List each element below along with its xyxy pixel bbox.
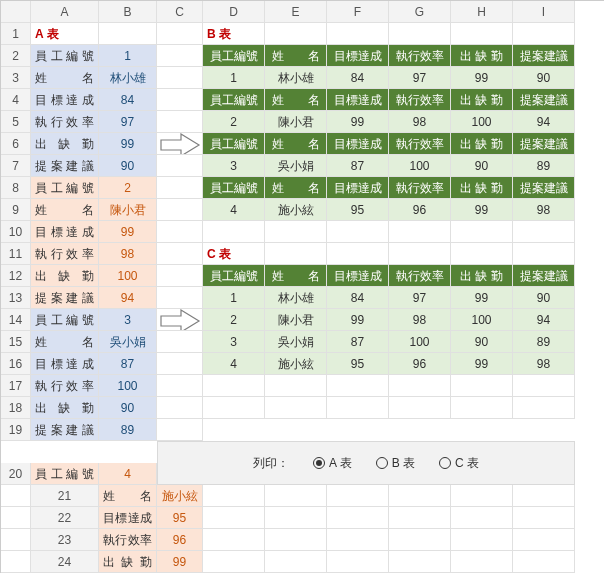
b-cell[interactable]: 87 <box>327 155 389 177</box>
empty-cell[interactable] <box>451 243 513 265</box>
c-cell[interactable]: 98 <box>389 309 451 331</box>
b-cell[interactable]: 99 <box>451 199 513 221</box>
c-cell[interactable]: 90 <box>513 287 575 309</box>
empty-cell[interactable] <box>451 375 513 397</box>
c-cell[interactable]: 89 <box>513 331 575 353</box>
empty-cell[interactable] <box>157 111 203 133</box>
c-cell[interactable]: 100 <box>389 331 451 353</box>
empty-cell[interactable] <box>157 199 203 221</box>
empty-cell[interactable] <box>513 551 575 573</box>
empty-cell[interactable] <box>327 221 389 243</box>
empty-cell[interactable] <box>157 23 203 45</box>
row-header[interactable]: 22 <box>31 507 99 529</box>
empty-cell[interactable] <box>389 507 451 529</box>
row-header[interactable]: 24 <box>31 551 99 573</box>
b-cell[interactable]: 97 <box>389 67 451 89</box>
row-header[interactable]: 4 <box>1 89 31 111</box>
empty-cell[interactable] <box>157 155 203 177</box>
field-value[interactable]: 99 <box>99 133 157 155</box>
c-cell[interactable]: 1 <box>203 287 265 309</box>
empty-cell[interactable] <box>265 397 327 419</box>
empty-cell[interactable] <box>451 23 513 45</box>
field-value[interactable]: 100 <box>99 265 157 287</box>
b-cell[interactable]: 3 <box>203 155 265 177</box>
row-header[interactable]: 23 <box>31 529 99 551</box>
empty-cell[interactable] <box>451 221 513 243</box>
field-value[interactable]: 3 <box>99 309 157 331</box>
field-value[interactable]: 100 <box>99 375 157 397</box>
empty-cell[interactable] <box>265 507 327 529</box>
col-header[interactable]: F <box>327 1 389 23</box>
row-header[interactable]: 5 <box>1 111 31 133</box>
row-header[interactable]: 16 <box>1 353 31 375</box>
col-header[interactable]: G <box>389 1 451 23</box>
empty-cell[interactable] <box>1 507 31 529</box>
empty-cell[interactable] <box>389 23 451 45</box>
c-cell[interactable]: 吳小娟 <box>265 331 327 353</box>
row-header[interactable]: 14 <box>1 309 31 331</box>
field-value[interactable]: 95 <box>157 507 203 529</box>
empty-cell[interactable] <box>157 353 203 375</box>
c-cell[interactable]: 96 <box>389 353 451 375</box>
empty-cell[interactable] <box>327 243 389 265</box>
field-value[interactable]: 90 <box>99 155 157 177</box>
field-value[interactable]: 87 <box>99 353 157 375</box>
empty-cell[interactable] <box>203 529 265 551</box>
b-cell[interactable]: 4 <box>203 199 265 221</box>
row-header[interactable]: 11 <box>1 243 31 265</box>
c-cell[interactable]: 施小絃 <box>265 353 327 375</box>
field-value[interactable]: 84 <box>99 89 157 111</box>
empty-cell[interactable] <box>327 485 389 507</box>
empty-cell[interactable] <box>389 221 451 243</box>
empty-cell[interactable] <box>513 507 575 529</box>
c-cell[interactable]: 3 <box>203 331 265 353</box>
empty-cell[interactable] <box>265 23 327 45</box>
row-header[interactable]: 19 <box>1 419 31 441</box>
field-value[interactable]: 陳小君 <box>99 199 157 221</box>
empty-cell[interactable] <box>157 287 203 309</box>
empty-cell[interactable] <box>389 551 451 573</box>
field-value[interactable]: 林小雄 <box>99 67 157 89</box>
field-value[interactable]: 4 <box>99 463 157 485</box>
empty-cell[interactable] <box>203 221 265 243</box>
empty-cell[interactable] <box>513 243 575 265</box>
c-cell[interactable]: 87 <box>327 331 389 353</box>
empty-cell[interactable] <box>265 221 327 243</box>
row-header[interactable]: 10 <box>1 221 31 243</box>
b-cell[interactable]: 96 <box>389 199 451 221</box>
b-cell[interactable]: 100 <box>389 155 451 177</box>
c-cell[interactable]: 90 <box>451 331 513 353</box>
row-header[interactable]: 6 <box>1 133 31 155</box>
field-value[interactable]: 98 <box>99 243 157 265</box>
empty-cell[interactable] <box>157 397 203 419</box>
b-cell[interactable]: 90 <box>513 67 575 89</box>
empty-cell[interactable] <box>327 23 389 45</box>
c-cell[interactable]: 84 <box>327 287 389 309</box>
empty-cell[interactable] <box>157 221 203 243</box>
b-cell[interactable]: 1 <box>203 67 265 89</box>
row-header[interactable]: 18 <box>1 397 31 419</box>
c-cell[interactable]: 99 <box>451 353 513 375</box>
empty-cell[interactable] <box>203 551 265 573</box>
c-cell[interactable]: 95 <box>327 353 389 375</box>
c-cell[interactable]: 97 <box>389 287 451 309</box>
field-value[interactable]: 90 <box>99 397 157 419</box>
field-value[interactable]: 97 <box>99 111 157 133</box>
empty-cell[interactable] <box>203 485 265 507</box>
col-header[interactable]: D <box>203 1 265 23</box>
b-cell[interactable]: 2 <box>203 111 265 133</box>
empty-cell[interactable] <box>157 89 203 111</box>
empty-cell[interactable] <box>1 529 31 551</box>
empty-cell[interactable] <box>513 375 575 397</box>
empty-cell[interactable] <box>157 331 203 353</box>
c-cell[interactable]: 98 <box>513 353 575 375</box>
field-value[interactable]: 2 <box>99 177 157 199</box>
b-cell[interactable]: 林小雄 <box>265 67 327 89</box>
field-value[interactable]: 施小絃 <box>157 485 203 507</box>
b-cell[interactable]: 100 <box>451 111 513 133</box>
c-cell[interactable]: 林小雄 <box>265 287 327 309</box>
empty-cell[interactable] <box>327 507 389 529</box>
field-value[interactable]: 99 <box>99 221 157 243</box>
empty-cell[interactable] <box>203 397 265 419</box>
b-cell[interactable]: 89 <box>513 155 575 177</box>
